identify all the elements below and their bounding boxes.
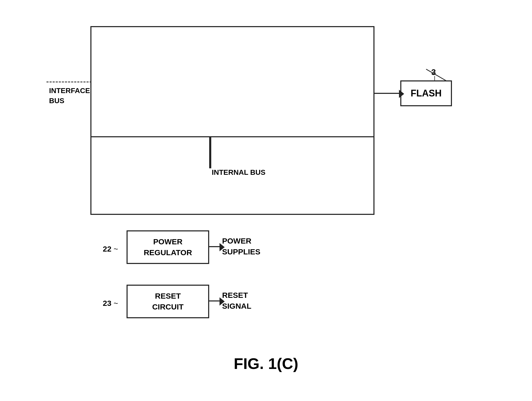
power-regulator-box: POWER REGULATOR bbox=[127, 230, 209, 264]
arrowhead-reset bbox=[220, 297, 225, 306]
label-22: 22 ~ bbox=[103, 245, 118, 253]
lower-outer-box bbox=[90, 26, 374, 137]
reset-signal-label: RESET SIGNAL bbox=[222, 290, 251, 312]
power-regulator-label: POWER REGULATOR bbox=[144, 236, 192, 258]
interface-bus-label: INTERFACE BUS bbox=[49, 86, 90, 106]
diagram-container: INTERNAL BUS PROCESSING UNIT 2A INPUT/OU… bbox=[46, 26, 486, 375]
reset-circuit-label: RESET CIRCUIT bbox=[152, 291, 184, 312]
flash-memory-box: FLASH bbox=[400, 80, 452, 106]
interface-bus-dashed-line bbox=[46, 81, 92, 82]
power-supplies-label: POWER SUPPLIES bbox=[222, 236, 260, 257]
arrowhead-power bbox=[220, 243, 225, 251]
reset-circuit-box: RESET CIRCUIT bbox=[127, 285, 209, 318]
figure-caption: FIG. 1(C) bbox=[234, 355, 298, 373]
internal-bus-label: INTERNAL BUS bbox=[212, 168, 265, 177]
arrow-3-line bbox=[434, 76, 435, 81]
arrowhead-right bbox=[399, 90, 404, 98]
label-23: 23 ~ bbox=[103, 299, 118, 308]
arrow-3-diagonal bbox=[426, 69, 446, 81]
page: INTERNAL BUS PROCESSING UNIT 2A INPUT/OU… bbox=[0, 0, 532, 401]
